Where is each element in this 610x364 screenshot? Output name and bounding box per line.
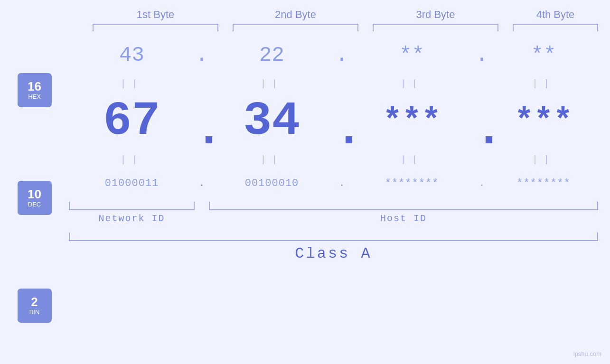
top-brackets xyxy=(93,24,598,31)
page-container: 1st Byte 2nd Byte 3rd Byte 4th Byte 16 H… xyxy=(0,0,610,364)
dec-badge: 10 DEC xyxy=(18,181,52,215)
hex-badge-number: 16 xyxy=(28,80,41,93)
bracket-byte1 xyxy=(93,24,218,31)
dec-byte4: *** xyxy=(489,105,598,138)
network-id-label: Network ID xyxy=(69,213,195,224)
dec-byte1: 67 xyxy=(69,98,195,145)
id-labels: Network ID Host ID xyxy=(69,213,598,224)
byte2-header: 2nd Byte xyxy=(233,9,358,21)
bottom-brackets xyxy=(69,202,598,210)
bin-badge: 2 BIN xyxy=(18,289,52,323)
dec-dot2: . xyxy=(335,88,349,155)
dec-byte2: 34 xyxy=(209,98,335,145)
class-bracket xyxy=(69,233,598,241)
hex-dot3: . xyxy=(475,43,489,67)
separator-2: || || || || xyxy=(69,152,610,167)
byte-headers-row: 1st Byte 2nd Byte 3rd Byte 4th Byte xyxy=(93,9,598,21)
values-column: 43 . 22 . ** . ** || || || || 67 xyxy=(69,31,610,364)
bracket-byte2 xyxy=(233,24,358,31)
badges-column: 16 HEX 10 DEC 2 BIN xyxy=(0,31,69,364)
bin-badge-label: BIN xyxy=(29,308,40,316)
dec-byte3: *** xyxy=(349,105,475,138)
hex-row: 43 . 22 . ** . ** xyxy=(69,34,610,76)
hex-byte1: 43 xyxy=(69,43,195,67)
hex-dot1: . xyxy=(195,43,209,67)
hex-badge: 16 HEX xyxy=(18,73,52,107)
dec-badge-number: 10 xyxy=(28,187,41,201)
class-label: Class A xyxy=(69,245,598,262)
bracket-byte3 xyxy=(373,24,498,31)
byte1-header: 1st Byte xyxy=(93,9,218,21)
bin-byte4: ******** xyxy=(489,177,598,189)
bin-byte2: 00100010 xyxy=(209,177,335,189)
hex-badge-label: HEX xyxy=(28,93,41,100)
bin-dot2: . xyxy=(335,177,349,189)
byte4-header: 4th Byte xyxy=(513,9,598,21)
bin-dot3: . xyxy=(475,177,489,189)
byte3-header: 3rd Byte xyxy=(373,9,498,21)
watermark: ipshu.com xyxy=(573,350,601,357)
bin-byte3: ******** xyxy=(349,177,475,189)
host-bracket xyxy=(209,202,598,210)
hex-dot2: . xyxy=(335,43,349,67)
bracket-byte4 xyxy=(513,24,598,31)
bin-row: 01000011 . 00100010 . ******** . *******… xyxy=(69,167,610,200)
dec-dot3: . xyxy=(475,88,489,155)
bin-dot1: . xyxy=(195,177,209,189)
hex-byte3: ** xyxy=(349,43,475,67)
hex-byte2: 22 xyxy=(209,43,335,67)
bin-byte1: 01000011 xyxy=(69,177,195,189)
dec-badge-label: DEC xyxy=(28,201,41,208)
dec-dot1: . xyxy=(195,88,209,155)
host-id-label: Host ID xyxy=(209,213,598,224)
net-bracket xyxy=(69,202,195,210)
hex-byte4: ** xyxy=(489,43,598,67)
main-rows: 16 HEX 10 DEC 2 BIN 43 . 22 . ** . ** xyxy=(0,31,610,364)
bin-badge-number: 2 xyxy=(31,295,38,309)
dec-row: 67 . 34 . *** . *** xyxy=(69,91,610,152)
